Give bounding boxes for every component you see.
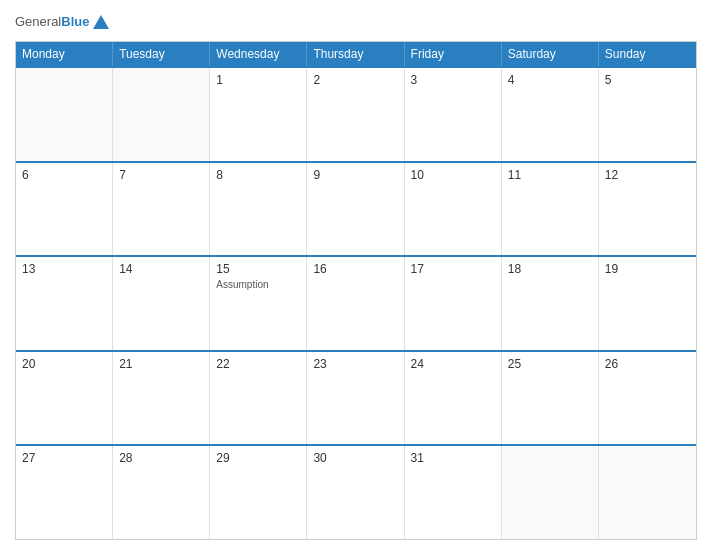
calendar-cell: 15Assumption — [210, 257, 307, 350]
calendar-row-5: 2728293031 — [16, 444, 696, 539]
calendar-cell: 1 — [210, 68, 307, 161]
calendar-header: GeneralBlue — [15, 10, 697, 33]
calendar-cell: 28 — [113, 446, 210, 539]
logo-triangle-icon — [93, 15, 109, 29]
calendar-row-4: 20212223242526 — [16, 350, 696, 445]
calendar-cell: 11 — [502, 163, 599, 256]
weekday-header-friday: Friday — [405, 42, 502, 66]
calendar-cell: 29 — [210, 446, 307, 539]
calendar-cell: 17 — [405, 257, 502, 350]
day-number: 25 — [508, 357, 592, 371]
day-number: 9 — [313, 168, 397, 182]
day-number: 21 — [119, 357, 203, 371]
logo-text: GeneralBlue — [15, 14, 89, 29]
weekday-header-sunday: Sunday — [599, 42, 696, 66]
day-number: 18 — [508, 262, 592, 276]
calendar-cell — [16, 68, 113, 161]
weekday-header-saturday: Saturday — [502, 42, 599, 66]
day-number: 13 — [22, 262, 106, 276]
day-number: 27 — [22, 451, 106, 465]
day-number: 28 — [119, 451, 203, 465]
calendar-cell: 21 — [113, 352, 210, 445]
calendar-row-1: 12345 — [16, 66, 696, 161]
calendar-cell: 31 — [405, 446, 502, 539]
day-number: 20 — [22, 357, 106, 371]
day-number: 24 — [411, 357, 495, 371]
calendar-cell: 7 — [113, 163, 210, 256]
calendar-cell: 2 — [307, 68, 404, 161]
calendar-cell: 12 — [599, 163, 696, 256]
calendar-weekday-header: MondayTuesdayWednesdayThursdayFridaySatu… — [16, 42, 696, 66]
day-number: 22 — [216, 357, 300, 371]
day-number: 14 — [119, 262, 203, 276]
calendar-cell — [502, 446, 599, 539]
calendar-cell: 27 — [16, 446, 113, 539]
calendar-cell: 20 — [16, 352, 113, 445]
calendar-cell: 6 — [16, 163, 113, 256]
day-number: 8 — [216, 168, 300, 182]
calendar-cell: 24 — [405, 352, 502, 445]
calendar-cell — [113, 68, 210, 161]
day-number: 10 — [411, 168, 495, 182]
calendar-row-2: 6789101112 — [16, 161, 696, 256]
day-number: 11 — [508, 168, 592, 182]
calendar-cell: 19 — [599, 257, 696, 350]
calendar-cell: 5 — [599, 68, 696, 161]
day-number: 23 — [313, 357, 397, 371]
logo: GeneralBlue — [15, 14, 109, 29]
day-number: 30 — [313, 451, 397, 465]
calendar-cell: 10 — [405, 163, 502, 256]
calendar-body: 123456789101112131415Assumption161718192… — [16, 66, 696, 539]
calendar-cell: 8 — [210, 163, 307, 256]
calendar-cell: 13 — [16, 257, 113, 350]
day-number: 6 — [22, 168, 106, 182]
calendar-cell: 18 — [502, 257, 599, 350]
calendar-cell — [599, 446, 696, 539]
day-number: 12 — [605, 168, 690, 182]
calendar-cell: 9 — [307, 163, 404, 256]
calendar-cell: 16 — [307, 257, 404, 350]
day-number: 15 — [216, 262, 300, 276]
day-number: 19 — [605, 262, 690, 276]
day-number: 31 — [411, 451, 495, 465]
weekday-header-monday: Monday — [16, 42, 113, 66]
calendar-cell: 14 — [113, 257, 210, 350]
calendar-cell: 25 — [502, 352, 599, 445]
calendar-grid: MondayTuesdayWednesdayThursdayFridaySatu… — [15, 41, 697, 540]
calendar-cell: 4 — [502, 68, 599, 161]
calendar-row-3: 131415Assumption16171819 — [16, 255, 696, 350]
day-number: 26 — [605, 357, 690, 371]
weekday-header-tuesday: Tuesday — [113, 42, 210, 66]
calendar-cell: 26 — [599, 352, 696, 445]
day-number: 5 — [605, 73, 690, 87]
day-number: 17 — [411, 262, 495, 276]
day-number: 1 — [216, 73, 300, 87]
weekday-header-thursday: Thursday — [307, 42, 404, 66]
calendar-cell: 30 — [307, 446, 404, 539]
day-number: 2 — [313, 73, 397, 87]
day-number: 4 — [508, 73, 592, 87]
calendar-cell: 3 — [405, 68, 502, 161]
day-number: 16 — [313, 262, 397, 276]
day-number: 7 — [119, 168, 203, 182]
calendar-cell: 23 — [307, 352, 404, 445]
weekday-header-wednesday: Wednesday — [210, 42, 307, 66]
day-number: 29 — [216, 451, 300, 465]
calendar-page: GeneralBlue MondayTuesdayWednesdayThursd… — [0, 0, 712, 550]
calendar-cell: 22 — [210, 352, 307, 445]
day-number: 3 — [411, 73, 495, 87]
day-event: Assumption — [216, 279, 300, 291]
